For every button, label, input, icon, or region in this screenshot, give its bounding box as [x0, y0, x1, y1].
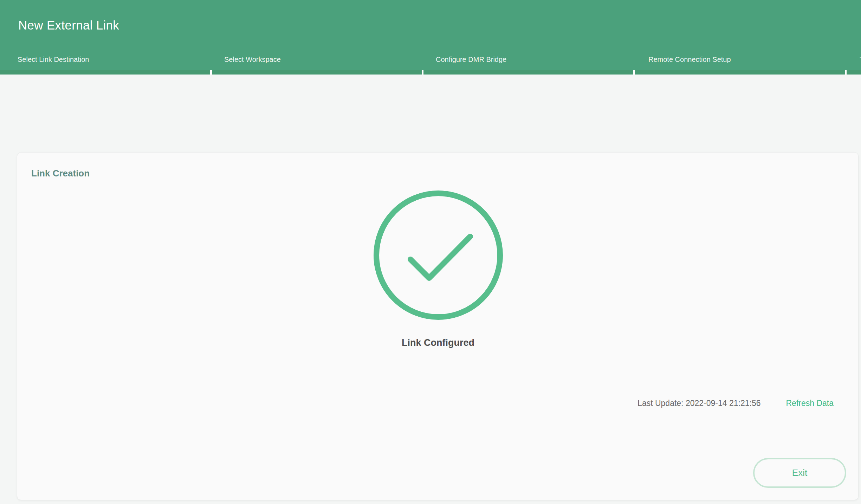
link-topology: Local Solace Cloud JamiesonTest: [0, 75, 861, 152]
tab-select-workspace[interactable]: Select Workspace: [224, 56, 281, 64]
step-progress-strip: [0, 70, 861, 75]
step-divider: [422, 70, 423, 75]
step-divider: [210, 70, 212, 75]
link-creation-panel: Link Creation Link Configured Last Updat…: [17, 152, 859, 500]
last-update-label: Last Update:: [637, 399, 683, 408]
tab-select-link-destination[interactable]: Select Link Destination: [18, 56, 89, 64]
exit-button[interactable]: Exit: [753, 458, 846, 488]
success-check-icon: [374, 190, 503, 320]
page-title: New External Link: [18, 18, 119, 32]
step-divider: [633, 70, 635, 75]
status-text: Link Configured: [17, 337, 859, 348]
update-row: Last Update: 2022-09-14 21:21:56 Refresh…: [637, 399, 834, 408]
wizard-header: New External Link Select Link Destinatio…: [0, 0, 861, 75]
last-update-timestamp: 2022-09-14 21:21:56: [686, 399, 761, 408]
last-update-text: Last Update: 2022-09-14 21:21:56: [637, 399, 760, 408]
refresh-data-link[interactable]: Refresh Data: [786, 399, 834, 408]
tab-next-step-clipped[interactable]: T: [860, 56, 861, 64]
step-divider: [845, 70, 847, 75]
success-indicator: [17, 190, 859, 320]
panel-title: Link Creation: [31, 168, 90, 179]
tab-configure-dmr-bridge[interactable]: Configure DMR Bridge: [436, 56, 506, 64]
tab-remote-connection-setup[interactable]: Remote Connection Setup: [648, 56, 731, 64]
